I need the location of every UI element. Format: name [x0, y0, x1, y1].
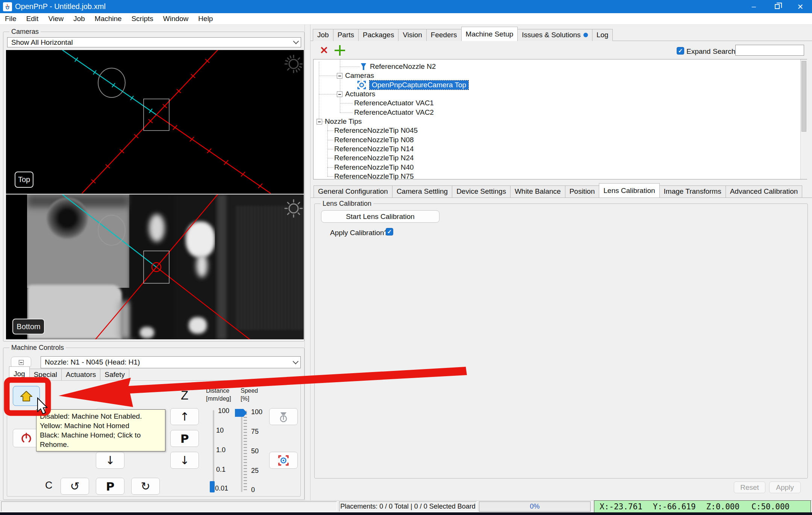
tab-safety[interactable]: Safety: [100, 369, 129, 381]
speed-tick-100: 100: [251, 408, 262, 416]
tab-advanced-calibration[interactable]: Advanced Calibration: [726, 185, 803, 197]
home-button[interactable]: [13, 386, 40, 406]
bottom-camera-reticle: [6, 194, 304, 339]
camera-icon: [357, 80, 367, 90]
collapse-icon[interactable]: [317, 119, 322, 125]
tab-jog[interactable]: Jog: [9, 366, 30, 381]
tree-node-reference-nozzle-n2[interactable]: ReferenceNozzle N2: [360, 62, 436, 71]
park-z-button[interactable]: P: [170, 430, 199, 447]
tab-actuators[interactable]: Actuators: [61, 369, 100, 381]
menu-view[interactable]: View: [43, 13, 68, 25]
nozzle-selector[interactable]: Nozzle: N1 - N045 (Head: H1): [41, 356, 301, 368]
speed-tick-25: 25: [251, 467, 259, 475]
tree-node-actuators[interactable]: Actuators: [337, 90, 375, 99]
minimize-button[interactable]: –: [742, 0, 765, 13]
distance-slider-thumb[interactable]: [210, 481, 215, 492]
tab-job[interactable]: Job: [313, 29, 333, 41]
speed-tick-75: 75: [251, 428, 259, 436]
coordinate-z: Z:0.000: [706, 502, 740, 511]
position-camera-button[interactable]: [269, 452, 298, 469]
tree-node-nozzle-tips[interactable]: Nozzle Tips: [317, 117, 362, 126]
close-button[interactable]: ✕: [789, 0, 812, 13]
top-camera-view[interactable]: Top: [6, 50, 304, 194]
reset-button[interactable]: Reset: [734, 482, 765, 493]
tree-node-capture-camera-top[interactable]: OpenPnpCaptureCamera Top: [357, 81, 468, 90]
menu-job[interactable]: Job: [68, 13, 90, 25]
tab-general-configuration[interactable]: General Configuration: [314, 185, 392, 197]
tree-node-nozzletip-n75[interactable]: ReferenceNozzleTip N75: [334, 172, 414, 181]
distance-tick-100: 100: [218, 407, 229, 415]
placements-status: Placements: 0 / 0 Total | 0 / 0 Selected…: [339, 501, 477, 512]
tree-scrollbar[interactable]: [800, 59, 807, 179]
jog-y-minus-button[interactable]: ↓: [96, 452, 124, 469]
jog-c-cw-button[interactable]: ↻: [131, 478, 160, 495]
expand-checkbox[interactable]: ✓: [677, 47, 684, 55]
delete-node-button[interactable]: ✕: [318, 44, 330, 56]
collapse-icon[interactable]: [337, 73, 342, 79]
distance-tick-0-01: 0.01: [215, 485, 228, 492]
tab-parts[interactable]: Parts: [333, 29, 359, 41]
z-park-gauge-button[interactable]: [269, 408, 298, 425]
start-lens-calibration-button[interactable]: Start Lens Calibration: [321, 210, 439, 223]
bottom-camera-view[interactable]: Bottom: [6, 194, 304, 339]
job-progress-bar: 0%: [479, 501, 591, 512]
cameras-group-label: Cameras: [9, 28, 41, 36]
brightness-sun-icon: [283, 197, 304, 219]
distance-slider[interactable]: [213, 410, 214, 492]
park-c-button[interactable]: P: [96, 478, 124, 495]
tree-node-nozzletip-n08[interactable]: ReferenceNozzleTip N08: [334, 135, 414, 144]
tab-vision[interactable]: Vision: [398, 29, 426, 41]
speed-header: Speed[%]: [241, 387, 258, 403]
tab-issues-solutions[interactable]: Issues & Solutions: [517, 29, 592, 41]
add-node-button[interactable]: [335, 45, 345, 56]
apply-button[interactable]: Apply: [769, 482, 801, 493]
panel-splitter[interactable]: [304, 25, 311, 500]
tab-position[interactable]: Position: [565, 185, 600, 197]
menu-machine[interactable]: Machine: [90, 13, 127, 25]
collapse-icon[interactable]: [337, 91, 342, 97]
top-camera-reticle: [6, 50, 304, 194]
tab-log[interactable]: Log: [592, 29, 613, 41]
expand-label: Expand: [686, 47, 710, 56]
tab-feeders[interactable]: Feeders: [426, 29, 462, 41]
search-label: Search: [713, 47, 735, 56]
jog-z-minus-button[interactable]: ↓: [170, 452, 199, 469]
camera-view-selector[interactable]: Show All Horizontal: [7, 37, 301, 47]
issues-notification-dot: [583, 33, 588, 37]
menu-help[interactable]: Help: [193, 13, 218, 25]
tab-machine-setup[interactable]: Machine Setup: [461, 27, 518, 41]
restore-button[interactable]: [765, 0, 789, 13]
tab-packages[interactable]: Packages: [358, 29, 398, 41]
tree-node-nozzletip-n40[interactable]: ReferenceNozzleTip N40: [334, 163, 414, 172]
menu-file[interactable]: File: [0, 13, 21, 25]
speed-tick-50: 50: [251, 447, 259, 455]
tab-white-balance[interactable]: White Balance: [510, 185, 565, 197]
tab-device-settings[interactable]: Device Settings: [452, 185, 511, 197]
jog-c-ccw-button[interactable]: ↺: [61, 478, 89, 495]
menu-edit[interactable]: Edit: [21, 13, 44, 25]
window-title: OpenPnP - Untitled.job.xml: [15, 2, 106, 11]
tab-special[interactable]: Special: [29, 369, 62, 381]
jog-z-plus-button[interactable]: ↑: [170, 408, 199, 425]
tree-node-actuator-vac1[interactable]: ReferenceActuator VAC1: [354, 99, 434, 108]
speed-slider[interactable]: [241, 410, 242, 492]
tree-node-nozzletip-n045[interactable]: ReferenceNozzleTip N045: [334, 126, 418, 135]
search-input[interactable]: [735, 45, 804, 56]
tree-node-cameras[interactable]: Cameras: [337, 71, 374, 80]
menu-window[interactable]: Window: [158, 13, 194, 25]
tree-scrollbar-thumb[interactable]: [801, 61, 806, 132]
tab-lens-calibration[interactable]: Lens Calibration: [599, 183, 659, 197]
xy-axis-label: X/Y: [90, 388, 130, 403]
speed-slider-ticks: [244, 411, 247, 492]
tab-image-transforms[interactable]: Image Transforms: [659, 185, 726, 197]
tab-camera-settling[interactable]: Camera Settling: [392, 185, 452, 197]
tree-node-nozzletip-n24[interactable]: ReferenceNozzleTip N24: [334, 153, 414, 163]
apply-calibration-checkbox[interactable]: ✓: [386, 228, 393, 235]
tree-node-actuator-vac2[interactable]: ReferenceActuator VAC2: [354, 108, 434, 117]
job-progress-value: 0%: [530, 503, 539, 510]
menu-scripts[interactable]: Scripts: [127, 13, 158, 25]
nozzle-gauge-icon: [278, 411, 289, 423]
chevron-down-icon: [293, 38, 299, 44]
tree-node-nozzletip-n14[interactable]: ReferenceNozzleTip N14: [334, 144, 414, 153]
z-axis-label: Z: [179, 388, 190, 403]
